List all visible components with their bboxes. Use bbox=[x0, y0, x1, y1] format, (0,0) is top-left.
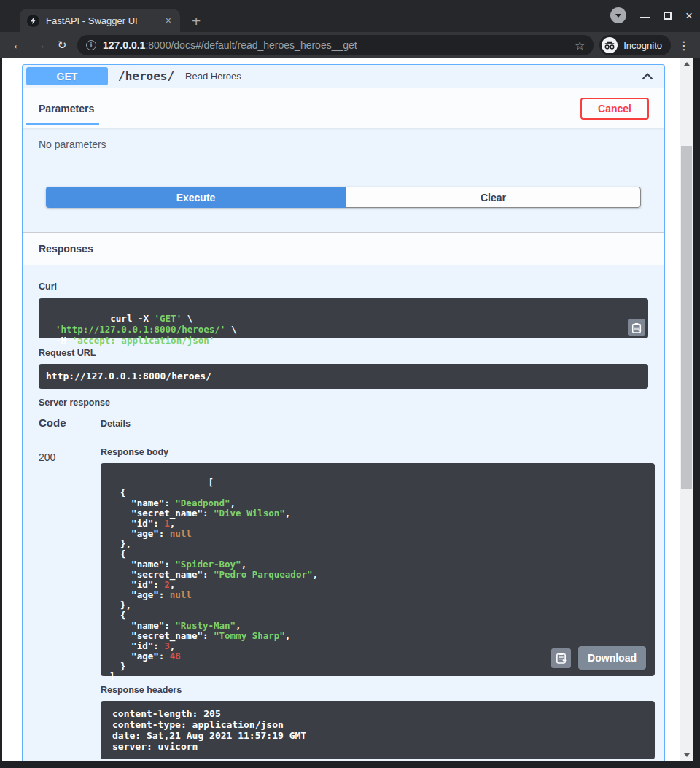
responses-title: Responses bbox=[39, 243, 93, 255]
response-row: 200 Response body [ { "name": "Deadpond"… bbox=[39, 438, 655, 759]
new-tab-button[interactable]: + bbox=[192, 13, 201, 28]
parameters-tab-underline bbox=[26, 123, 99, 125]
fastapi-favicon-icon bbox=[27, 15, 39, 27]
cancel-button[interactable]: Cancel bbox=[580, 98, 649, 120]
curl-command: curl -X 'GET' \ 'http://127.0.0.1:8000/h… bbox=[39, 298, 648, 338]
url-path: :8000/docs#/default/read_heroes_heroes__… bbox=[145, 39, 357, 51]
page-info-icon[interactable]: i bbox=[86, 40, 96, 50]
browser-tab[interactable]: FastAPI - Swagger UI × bbox=[20, 9, 180, 32]
scrollbar-thumb[interactable] bbox=[681, 146, 692, 489]
window-controls: × bbox=[610, 7, 693, 23]
opblock-get-heroes: GET /heroes/ Read Heroes Parameters Canc… bbox=[22, 64, 665, 761]
window-frame-right bbox=[693, 58, 700, 761]
incognito-icon bbox=[602, 37, 618, 53]
scroll-up-button[interactable] bbox=[680, 58, 693, 69]
curl-label: Curl bbox=[39, 282, 648, 292]
scrollbar-track[interactable] bbox=[680, 58, 693, 761]
reload-button[interactable]: ↻ bbox=[51, 39, 73, 52]
clear-button[interactable]: Clear bbox=[346, 187, 641, 208]
url-host: 127.0.0.1 bbox=[103, 39, 145, 51]
tab-title: FastAPI - Swagger UI bbox=[46, 15, 163, 26]
response-body-actions: Download bbox=[551, 646, 646, 670]
operation-summary[interactable]: GET /heroes/ Read Heroes bbox=[23, 65, 664, 88]
method-badge: GET bbox=[26, 67, 108, 85]
url-text: 127.0.0.1:8000/docs#/default/read_heroes… bbox=[103, 39, 569, 51]
operation-path: /heroes/ bbox=[118, 69, 174, 83]
curl-copy-button[interactable] bbox=[628, 319, 645, 336]
response-body: [ { "name": "Deadpond", "secret_name": "… bbox=[101, 463, 655, 676]
execute-row: Execute Clear bbox=[46, 187, 641, 208]
request-url-value: http://127.0.0.1:8000/heroes/ bbox=[39, 364, 648, 389]
response-body-label: Response body bbox=[101, 447, 655, 457]
chevron-down-icon bbox=[615, 14, 621, 18]
triangle-down-icon bbox=[684, 753, 690, 757]
close-window-button[interactable]: × bbox=[685, 9, 693, 22]
browser-menu-button[interactable]: ⋮ bbox=[675, 39, 693, 53]
response-headers: content-length: 205 content-type: applic… bbox=[101, 701, 655, 759]
execute-button[interactable]: Execute bbox=[46, 187, 346, 208]
tab-close-icon[interactable]: × bbox=[163, 14, 174, 27]
bookmark-star-icon[interactable]: ☆ bbox=[575, 39, 585, 53]
response-table-head: Code Details bbox=[39, 416, 648, 438]
tab-bar: FastAPI - Swagger UI × + × bbox=[0, 0, 700, 32]
incognito-label: Incognito bbox=[623, 40, 662, 51]
download-button[interactable]: Download bbox=[578, 646, 646, 670]
minimize-button[interactable] bbox=[640, 17, 650, 18]
status-code: 200 bbox=[39, 447, 101, 759]
operation-description: Read Heroes bbox=[185, 71, 241, 82]
scroll-down-button[interactable] bbox=[680, 750, 693, 760]
browser-window: FastAPI - Swagger UI × + × ← → ↻ i 127.0… bbox=[0, 0, 700, 768]
response-details: Response body [ { "name": "Deadpond", "s… bbox=[101, 447, 655, 759]
collapse-chevron-icon[interactable] bbox=[642, 72, 653, 80]
back-button[interactable]: ← bbox=[7, 38, 29, 53]
responses-section: Curl curl -X 'GET' \ 'http://127.0.0.1:8… bbox=[23, 282, 664, 759]
browser-toolbar: ← → ↻ i 127.0.0.1:8000/docs#/default/rea… bbox=[0, 32, 700, 58]
page-content: GET /heroes/ Read Heroes Parameters Canc… bbox=[2, 58, 680, 761]
server-response-table: Code Details 200 Response body [ { "name… bbox=[39, 416, 648, 759]
no-parameters-text: No parameters bbox=[39, 139, 648, 150]
code-column-header: Code bbox=[39, 416, 101, 429]
triangle-up-icon bbox=[684, 62, 690, 66]
responses-header: Responses bbox=[23, 232, 664, 265]
request-url-label: Request URL bbox=[39, 348, 648, 358]
forward-button[interactable]: → bbox=[29, 38, 51, 53]
address-bar[interactable]: i 127.0.0.1:8000/docs#/default/read_hero… bbox=[77, 35, 594, 55]
response-copy-button[interactable] bbox=[551, 648, 571, 668]
window-frame-bottom bbox=[0, 761, 700, 768]
parameters-header: Parameters Cancel bbox=[23, 88, 664, 128]
tab-parameters: Parameters bbox=[39, 103, 94, 115]
incognito-badge: Incognito bbox=[599, 35, 671, 55]
maximize-button[interactable] bbox=[664, 12, 672, 20]
details-column-header: Details bbox=[101, 419, 131, 429]
tab-search-button[interactable] bbox=[610, 7, 626, 23]
server-response-label: Server response bbox=[39, 397, 648, 408]
